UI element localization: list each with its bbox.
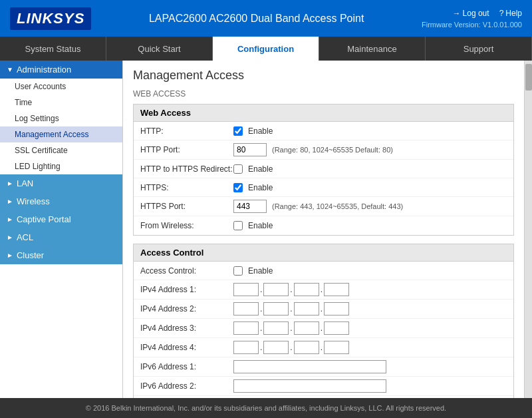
ipv6-1-input[interactable] xyxy=(233,360,386,373)
https-port-row: HTTPS Port: (Range: 443, 1024~65535, Def… xyxy=(134,197,513,216)
from-wireless-checkbox[interactable] xyxy=(233,221,243,230)
access-control-label: Access Control: xyxy=(140,266,233,276)
ipv4-3-label: IPv4 Address 3: xyxy=(140,323,233,333)
arrow-down-icon: ▼ xyxy=(7,66,13,73)
access-control-checkbox[interactable] xyxy=(233,266,243,276)
main: ▼ Administration User Accounts Time Log … xyxy=(0,61,532,398)
access-control-section: Access Control Access Control: Enable IP… xyxy=(133,244,514,398)
sidebar-item-led-lighting[interactable]: LED Lighting xyxy=(0,158,122,174)
ipv4-3-octet2[interactable] xyxy=(263,321,289,335)
ipv4-2-row: IPv4 Address 2: . . . xyxy=(134,300,513,319)
http-https-redirect-label: HTTP to HTTPS Redirect: xyxy=(140,164,233,174)
nav-tabs: System Status Quick Start Configuration … xyxy=(0,37,532,61)
ipv4-1-row: IPv4 Address 1: . . . xyxy=(134,280,513,300)
ipv4-2-label: IPv4 Address 2: xyxy=(140,304,233,314)
sidebar: ▼ Administration User Accounts Time Log … xyxy=(0,61,123,398)
http-port-hint: (Range: 80, 1024~65535 Default: 80) xyxy=(272,146,393,154)
ipv4-1-octet2[interactable] xyxy=(263,283,289,296)
tab-support[interactable]: Support xyxy=(426,37,532,61)
from-wireless-control: Enable xyxy=(233,221,507,230)
ipv4-3-control: . . . xyxy=(233,321,507,335)
http-port-label: HTTP Port: xyxy=(140,145,233,154)
help-icon: ? xyxy=(499,9,504,18)
ipv4-4-octet3[interactable] xyxy=(294,341,319,354)
ipv6-2-label: IPv6 Address 2: xyxy=(140,381,233,391)
ipv4-1-octet3[interactable] xyxy=(294,283,319,296)
ipv4-1-octet4[interactable] xyxy=(324,283,349,296)
https-checkbox[interactable] xyxy=(233,183,243,192)
ipv4-1-control: . . . xyxy=(233,283,507,296)
sidebar-item-ssl-certificate[interactable]: SSL Certificate xyxy=(0,142,122,158)
tab-maintenance[interactable]: Maintenance xyxy=(319,37,426,61)
sidebar-group-administration[interactable]: ▼ Administration xyxy=(0,61,122,79)
access-control-control: Enable xyxy=(233,266,507,276)
sidebar-item-user-accounts[interactable]: User Accounts xyxy=(0,79,122,95)
sidebar-item-time[interactable]: Time xyxy=(0,95,122,110)
access-control-enable-label: Enable xyxy=(248,266,273,276)
ipv4-2-octet2[interactable] xyxy=(263,302,289,315)
arrow-right-icon: ► xyxy=(7,252,13,259)
ipv6-1-label: IPv6 Address 1: xyxy=(140,362,233,371)
arrow-right-icon: ► xyxy=(7,180,13,187)
from-wireless-enable-label: Enable xyxy=(248,221,273,230)
https-port-input[interactable] xyxy=(233,200,267,213)
sidebar-group-wireless[interactable]: ► Wireless xyxy=(0,192,122,210)
arrow-right-icon: ► xyxy=(7,198,13,205)
http-checkbox[interactable] xyxy=(233,126,243,136)
logout-button[interactable]: → Log out xyxy=(453,9,489,18)
tab-system-status[interactable]: System Status xyxy=(0,37,106,61)
header: LINKSYS LAPAC2600 AC2600 Dual Band Acces… xyxy=(0,0,532,37)
https-label: HTTPS: xyxy=(140,183,233,192)
https-port-hint: (Range: 443, 1024~65535, Default: 443) xyxy=(272,202,403,210)
scroll-thumb[interactable] xyxy=(525,64,532,91)
tab-configuration[interactable]: Configuration xyxy=(213,37,319,61)
logo: LINKSYS xyxy=(10,7,91,30)
ipv4-2-octet3[interactable] xyxy=(294,302,319,315)
http-port-control: (Range: 80, 1024~65535 Default: 80) xyxy=(233,143,507,156)
ipv4-3-octet1[interactable] xyxy=(233,321,259,335)
http-enable-label: Enable xyxy=(248,126,273,136)
sidebar-group-captive-portal[interactable]: ► Captive Portal xyxy=(0,210,122,228)
web-access-title: Web Access xyxy=(134,104,513,122)
sidebar-group-cluster[interactable]: ► Cluster xyxy=(0,246,122,264)
tab-quick-start[interactable]: Quick Start xyxy=(106,37,213,61)
arrow-right-icon: ► xyxy=(7,234,13,241)
ipv4-2-octet1[interactable] xyxy=(233,302,259,315)
http-label: HTTP: xyxy=(140,126,233,136)
scrollbar[interactable] xyxy=(524,61,532,398)
access-control-row: Access Control: Enable xyxy=(134,262,513,280)
sidebar-item-management-access[interactable]: Management Access xyxy=(0,126,122,142)
ipv4-3-octet4[interactable] xyxy=(324,321,349,335)
app-title: LAPAC2600 AC2600 Dual Band Access Point xyxy=(91,13,422,25)
http-https-redirect-row: HTTP to HTTPS Redirect: Enable xyxy=(134,160,513,178)
ipv4-1-octet1[interactable] xyxy=(233,283,259,296)
ipv4-2-octet4[interactable] xyxy=(324,302,349,315)
http-https-redirect-checkbox[interactable] xyxy=(233,164,243,174)
footer-text: © 2016 Belkin International, Inc. and/or… xyxy=(86,404,446,412)
header-actions: → Log out ? Help xyxy=(453,9,522,18)
ipv4-4-control: . . . xyxy=(233,341,507,354)
https-enable-label: Enable xyxy=(248,183,273,192)
sidebar-group-lan[interactable]: ► LAN xyxy=(0,174,122,192)
ipv4-4-row: IPv4 Address 4: . . . xyxy=(134,338,513,357)
http-port-input[interactable] xyxy=(233,143,267,156)
ipv6-1-control xyxy=(233,360,507,373)
ipv4-4-octet4[interactable] xyxy=(324,341,349,354)
footer: © 2016 Belkin International, Inc. and/or… xyxy=(0,398,532,418)
https-control: Enable xyxy=(233,183,507,192)
http-https-redirect-enable-label: Enable xyxy=(248,164,273,174)
ipv6-1-row: IPv6 Address 1: xyxy=(134,357,513,377)
ipv4-3-octet3[interactable] xyxy=(294,321,319,335)
ipv4-3-row: IPv4 Address 3: . . . xyxy=(134,319,513,338)
logo-text: LINKSYS xyxy=(17,10,84,27)
ipv6-2-control xyxy=(233,379,507,393)
content-area: Management Access WEB ACCESS Web Access … xyxy=(123,61,524,398)
ipv4-4-octet1[interactable] xyxy=(233,341,259,354)
ipv4-4-octet2[interactable] xyxy=(263,341,289,354)
http-row: HTTP: Enable xyxy=(134,122,513,140)
help-button[interactable]: ? Help xyxy=(499,9,522,18)
sidebar-group-acl[interactable]: ► ACL xyxy=(0,228,122,246)
sidebar-item-log-settings[interactable]: Log Settings xyxy=(0,110,122,126)
ipv6-2-input[interactable] xyxy=(233,379,386,393)
access-control-title: Access Control xyxy=(134,244,513,262)
